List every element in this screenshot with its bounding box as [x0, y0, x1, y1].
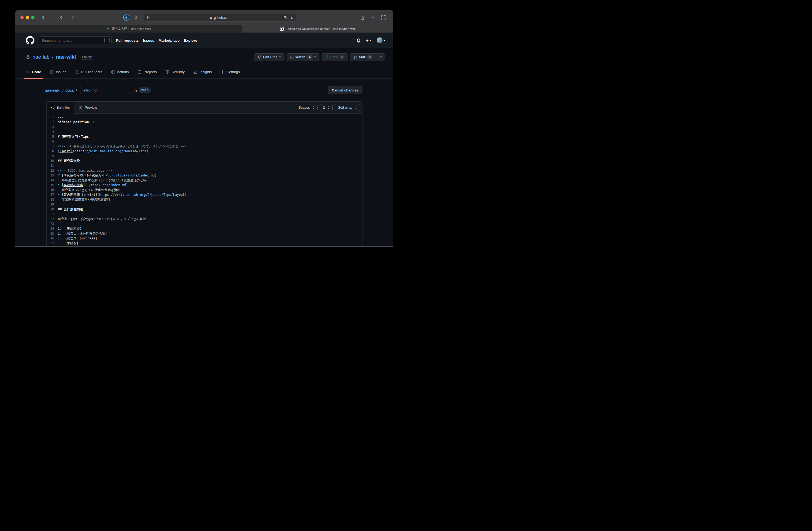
nav-issues[interactable]: Issues	[143, 39, 154, 43]
code-line[interactable]: 17* [室内配置図 to wiki](https://wiki.nae-lab…	[46, 192, 362, 197]
edit-pins-button[interactable]: Edit Pins	[254, 53, 284, 61]
code-line[interactable]: 13* [研究室のイロハ(研究室ガイド)](./tips/iroha/index…	[46, 173, 362, 178]
code-line[interactable]: 12<!-- TODO: has wiki page -->	[46, 168, 362, 173]
github-nav: Pull requests Issues Marketplace Explore	[116, 39, 197, 43]
code-line[interactable]: 21	[46, 212, 362, 217]
code-line[interactable]: 261. 【報告２：purchase】	[46, 236, 362, 241]
translate-icon[interactable]: A ★	[284, 16, 288, 20]
star-dropdown[interactable]	[377, 54, 384, 61]
code-line[interactable]: 18 産業医巡回用資料や座席配置資料	[46, 197, 362, 202]
star-count: 0	[367, 55, 372, 59]
code-token: 1. 【報告２：purchase】	[58, 236, 98, 241]
repo-tab-projects[interactable]: Projects	[135, 66, 159, 78]
code-line[interactable]: 8[旧Wiki](https://wiki.nae-lab.org/?NaeLa…	[46, 149, 362, 154]
line-number: 27	[46, 241, 58, 246]
minimize-window-button[interactable]	[26, 16, 29, 19]
code-line[interactable]: 15* [各役職の仕事](./tips/Jobs/index.md)	[46, 183, 362, 187]
new-tab-button[interactable]: +	[372, 15, 374, 20]
code-line[interactable]: 11	[46, 163, 362, 168]
address-bar[interactable]: github.com A ★ ↻	[144, 14, 296, 21]
zoom-window-button[interactable]	[31, 16, 34, 19]
code-line[interactable]: 10## 研究室全般	[46, 158, 362, 163]
watch-button[interactable]: Watch 4	[287, 53, 319, 61]
code-line[interactable]: 3---	[46, 125, 362, 129]
sidebar-icon[interactable]	[42, 15, 46, 20]
code-line[interactable]: 7<!-- h1 要素だけはリンクがそのまま反映されてしまうので、リンクを別にす…	[46, 144, 362, 149]
cancel-changes-button[interactable]: Cancel changes	[328, 86, 362, 94]
github-logo-icon[interactable]	[26, 36, 34, 45]
star-button[interactable]: Star 0	[350, 53, 385, 61]
search-input[interactable]	[39, 39, 104, 43]
repo-tab-pull-requests[interactable]: Pull requests	[73, 66, 104, 78]
code-line[interactable]: 251. 【報告１：全体MTGでの承認】	[46, 231, 362, 236]
nav-pull-requests[interactable]: Pull requests	[116, 39, 139, 43]
notifications-bell-icon[interactable]	[356, 38, 361, 43]
code-line[interactable]: 23	[46, 221, 362, 226]
code-line[interactable]: 22研究室における会計処理について以下のステップごとの解説	[46, 217, 362, 221]
filename-input[interactable]	[80, 86, 131, 94]
caret-down-icon	[279, 57, 281, 58]
content-blocker-icon[interactable]	[123, 15, 129, 21]
code-token: 毎年度ごとに更新する新メンバに向けた研究室生活の心得	[58, 178, 147, 183]
code-token: <!-- TODO: has wiki page -->	[58, 168, 112, 173]
repo-tab-actions[interactable]: Actions	[108, 66, 131, 78]
create-new-button[interactable]: +	[366, 38, 372, 43]
nav-explore[interactable]: Explore	[184, 39, 197, 43]
chevron-down-icon[interactable]	[50, 16, 53, 19]
repo-tab-bar: CodeIssuesPull requestsActionsProjectsSe…	[15, 66, 393, 78]
github-page: / Pull requests Issues Marketplace Explo…	[15, 32, 393, 246]
browser-toolbar: github.com A ★ ↻ +	[15, 10, 393, 25]
indent-size-value: 2	[323, 106, 325, 110]
private-lock-icon	[26, 55, 30, 59]
github-search[interactable]: /	[39, 36, 112, 44]
code-line[interactable]: 9	[46, 154, 362, 158]
code-line[interactable]: 16 研究室メンバとしての仕事の引継ぎ資料	[46, 187, 362, 192]
code-line[interactable]: 6	[46, 139, 362, 144]
line-number: 4	[46, 129, 58, 134]
repo-name-link[interactable]: nae-wiki	[56, 54, 76, 60]
repo-tab-insights[interactable]: Insights	[191, 66, 214, 78]
repo-tab-security[interactable]: Security	[163, 66, 187, 78]
close-window-button[interactable]	[20, 16, 24, 19]
git-pull-request-icon	[75, 70, 79, 74]
indent-size-select[interactable]: 2	[320, 104, 333, 111]
indent-mode-select[interactable]: Spaces	[296, 104, 318, 111]
tab-edit-file[interactable]: Edit file	[46, 102, 74, 114]
line-number: 18	[46, 197, 58, 202]
line-number: 16	[46, 187, 58, 192]
code-line[interactable]: 4	[46, 129, 362, 134]
browser-tab-nae-wiki[interactable]: 研究室入門・Tips | Nae Wiki	[15, 25, 242, 32]
reload-icon[interactable]: ↻	[290, 16, 294, 20]
nav-marketplace[interactable]: Marketplace	[159, 39, 179, 43]
fork-button[interactable]: Fork 0	[322, 53, 348, 61]
breadcrumb-repo-link[interactable]: nae-wiki	[45, 88, 60, 92]
reader-icon[interactable]	[146, 16, 150, 20]
browser-tab-editing-intro[interactable]: Editing nae-wiki/intro.md at main · nae-…	[242, 25, 393, 32]
code-line[interactable]: 14 毎年度ごとに更新する新メンバに向けた研究室生活の心得	[46, 178, 362, 183]
repo-tab-settings[interactable]: Settings	[218, 66, 242, 78]
wrap-mode-select[interactable]: Soft wrap	[335, 104, 360, 111]
code-line[interactable]: 2sidebar_position: 1	[46, 120, 362, 125]
code-line[interactable]: 19	[46, 202, 362, 207]
privacy-shield-icon[interactable]	[133, 15, 137, 20]
code-editor-area[interactable]: 1---2sidebar_position: 13---45# 研究室入門・Ti…	[46, 114, 362, 246]
repo-owner-link[interactable]: nae-lab	[32, 54, 49, 60]
back-button[interactable]	[59, 15, 64, 20]
code-line[interactable]: 271. 【手続き】	[46, 241, 362, 246]
tab-overview-icon[interactable]	[381, 15, 386, 20]
code-line[interactable]: 5# 研究室入門・Tips	[46, 134, 362, 139]
user-menu[interactable]	[377, 38, 386, 43]
code-line[interactable]: 20## 会計処理関連	[46, 207, 362, 212]
github-icon	[280, 27, 284, 31]
tab-preview[interactable]: Preview	[74, 102, 101, 114]
share-icon[interactable]	[360, 15, 365, 20]
code-line[interactable]: 241. 【事前相談】	[46, 226, 362, 231]
repo-tab-issues[interactable]: Issues	[47, 66, 69, 78]
code-line[interactable]: 1---	[46, 115, 362, 120]
repo-tab-code[interactable]: Code	[24, 66, 43, 78]
line-number: 9	[46, 154, 58, 158]
line-number: 8	[46, 149, 58, 154]
breadcrumb-dir-link[interactable]: docs	[66, 88, 74, 92]
select-arrows-icon	[355, 106, 357, 109]
forward-button[interactable]	[70, 15, 75, 20]
